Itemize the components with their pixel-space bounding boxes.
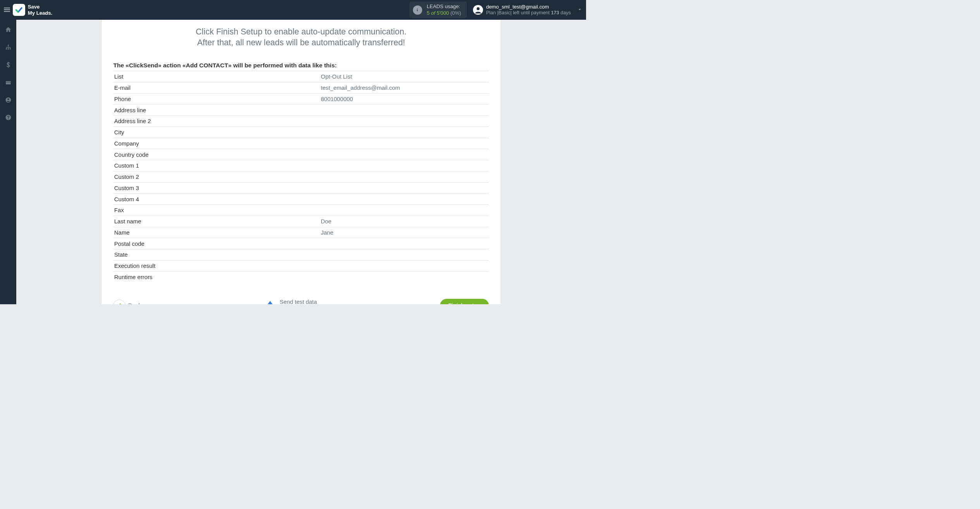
hamburger-menu-button[interactable] [2,5,12,15]
table-row: E-mailtest_email_address@mail.com [113,82,489,93]
data-preview-table: ListOpt-Out ListE-mailtest_email_address… [113,71,489,282]
usage-text: LEADS usage: 5 of 5'000 (0%) [427,3,461,17]
back-button[interactable]: Back [113,300,141,305]
table-row: Address line [113,105,489,116]
svg-rect-12 [6,82,11,83]
svg-rect-4 [417,10,418,11]
table-row: Fax [113,205,489,216]
finish-setup-button[interactable]: Finish setup [440,299,489,305]
field-key: Custom 1 [113,160,320,171]
field-value [320,149,489,160]
send-test-button[interactable]: Send test data to ClickSend [265,298,317,304]
field-value [320,238,489,249]
field-value: Jane [320,227,489,238]
field-value: 8001000000 [320,93,489,105]
table-row: Runtime errors [113,271,489,282]
field-key: City [113,127,320,138]
table-row: Address line 2 [113,116,489,127]
logo-mark-icon [13,4,25,16]
table-row: ListOpt-Out List [113,71,489,82]
table-row: Custom 2 [113,171,489,182]
field-value: test_email_address@mail.com [320,82,489,93]
field-value [320,127,489,138]
field-value [320,160,489,171]
field-value [320,171,489,182]
table-row: Postal code [113,238,489,249]
svg-rect-7 [8,45,9,46]
send-test-label: Send test data to ClickSend [280,298,317,304]
table-row: Last nameDoe [113,216,489,227]
account-text: demo_sml_test@gmail.com Plan |Basic| lef… [486,4,571,16]
avatar-icon [473,5,483,15]
field-key: Fax [113,205,320,216]
svg-point-16 [8,119,9,120]
svg-point-14 [7,98,9,100]
field-key: Phone [113,93,320,105]
sidebar [0,20,16,304]
table-row: NameJane [113,227,489,238]
field-key: Postal code [113,238,320,249]
setup-panel: Click Finish Setup to enable auto-update… [102,20,501,304]
field-value [320,182,489,194]
field-key: Company [113,138,320,149]
svg-point-3 [417,9,418,9]
field-key: Country code [113,149,320,160]
field-key: State [113,249,320,260]
field-key: Custom 3 [113,182,320,194]
table-row: Execution result [113,260,489,271]
nav-connections[interactable] [3,42,13,52]
table-row: Company [113,138,489,149]
svg-rect-0 [4,8,10,9]
table-row: Custom 4 [113,194,489,205]
footer-actions: Back Send test data to ClickSend Finish … [113,298,489,304]
table-row: Country code [113,149,489,160]
panel-heading: Click Finish Setup to enable auto-update… [113,27,489,48]
nav-account[interactable] [3,95,13,105]
logo[interactable]: Save My Leads. [13,4,52,16]
pencil-icon [113,300,125,305]
field-value: Doe [320,216,489,227]
field-value [320,194,489,205]
field-key: Name [113,227,320,238]
table-row: City [113,127,489,138]
section-title: The «ClickSend» action «Add CONTACT» wil… [113,62,489,69]
nav-help[interactable] [3,112,13,122]
usage-indicator[interactable]: LEADS usage: 5 of 5'000 (0%) [409,2,466,18]
account-menu[interactable]: demo_sml_test@gmail.com Plan |Basic| lef… [473,4,582,16]
nav-billing[interactable] [3,60,13,70]
field-key: Execution result [113,260,320,271]
field-value [320,116,489,127]
field-key: List [113,71,320,82]
content-area: Click Finish Setup to enable auto-update… [16,20,586,304]
field-value [320,105,489,116]
svg-rect-11 [6,81,11,84]
svg-rect-10 [9,48,10,50]
svg-point-6 [476,7,480,10]
upload-icon [265,300,276,305]
logo-text: Save My Leads. [28,4,53,16]
svg-rect-1 [4,10,10,10]
field-value [320,138,489,149]
field-key: Custom 4 [113,194,320,205]
field-key: Custom 2 [113,171,320,182]
field-key: Address line [113,105,320,116]
field-key: E-mail [113,82,320,93]
field-key: Runtime errors [113,271,320,282]
field-value: Opt-Out List [320,71,489,82]
table-row: State [113,249,489,260]
field-value [320,249,489,260]
table-row: Custom 1 [113,160,489,171]
back-label: Back [128,302,142,304]
nav-home[interactable] [3,24,13,34]
svg-rect-9 [8,48,9,50]
info-icon [413,5,422,15]
chevron-down-icon [577,7,582,13]
svg-rect-2 [4,11,10,12]
field-value [320,205,489,216]
field-value [320,260,489,271]
field-value [320,271,489,282]
topbar: Save My Leads. LEADS usage: 5 of 5'000 (… [0,0,586,20]
nav-briefcase[interactable] [3,77,13,87]
table-row: Custom 3 [113,182,489,194]
field-key: Address line 2 [113,116,320,127]
